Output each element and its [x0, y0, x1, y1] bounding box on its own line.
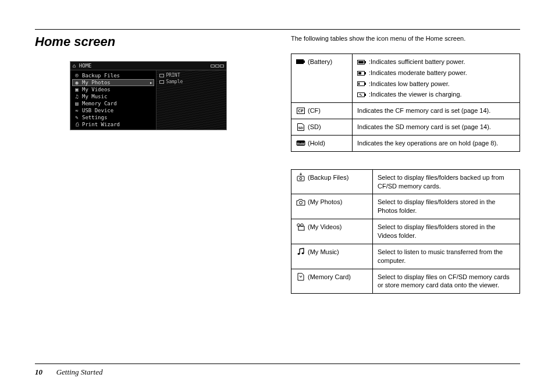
svg-rect-6 [365, 72, 366, 74]
table-row: (My Videos) Select to display files/fold… [291, 219, 520, 244]
screenshot-menu-item: ⌾Backup Files [72, 72, 154, 79]
screenshot-menu-item: ▣My Videos [72, 86, 154, 93]
battery-full-text: :Indicates sufficient battery power. [369, 58, 465, 66]
svg-rect-3 [365, 61, 366, 63]
page-number: 10 [35, 368, 42, 376]
battery-mid-text: :Indicates moderate battery power. [369, 69, 467, 77]
row-label: (Memory Card) [308, 273, 351, 281]
row-label: (My Music) [308, 248, 339, 256]
table-row: (Battery) :Indicates sufficient battery … [291, 54, 520, 102]
row-desc: Select to listen to music transferred fr… [373, 244, 520, 269]
svg-rect-9 [365, 83, 366, 85]
screenshot-menu-item: ◉My Photos▸ [72, 79, 154, 86]
row-label: (My Photos) [308, 198, 342, 206]
screenshot-menu-item: ▤Memory Card [72, 100, 154, 107]
row-label: (Hold) [308, 139, 325, 148]
screenshot-title: HOME [79, 63, 92, 69]
table-row: (Backup Files) Select to display files/f… [291, 169, 520, 194]
svg-rect-7 [358, 72, 361, 74]
backup-files-icon [296, 174, 305, 181]
sd-icon: SD [296, 123, 305, 130]
menu-icon-table: (Backup Files) Select to display files/f… [291, 169, 520, 294]
svg-point-25 [302, 252, 304, 254]
svg-text:Hold: Hold [297, 141, 305, 145]
row-desc: Select to display files on CF/SD memory … [373, 269, 520, 294]
row-label: (CF) [308, 106, 321, 115]
row-label: (Battery) [308, 58, 332, 66]
table-row: (My Photos) Select to display files/fold… [291, 194, 520, 219]
page-title: Home screen [35, 34, 268, 49]
intro-text: The following tables show the icon menu … [291, 34, 520, 43]
screenshot-menu-item: ♫My Music [72, 93, 154, 100]
svg-point-20 [300, 201, 303, 204]
row-desc: Select to display files/folders backed u… [373, 169, 520, 194]
screenshot-menu-item: ✎Settings [72, 114, 154, 121]
table-row: (Memory Card) Select to display files on… [291, 269, 520, 294]
svg-text:SD: SD [298, 126, 304, 130]
svg-point-24 [298, 253, 300, 255]
svg-point-19 [300, 177, 302, 180]
footer-section: Getting Started [56, 368, 103, 376]
home-screenshot: ⌂ HOME ⌾Backup Files◉My Photos▸▣My Video… [70, 61, 227, 130]
screenshot-side-item: PRINT [158, 72, 225, 79]
status-icon-table: (Battery) :Indicates sufficient battery … [291, 54, 520, 152]
battery-mid-icon [357, 70, 367, 77]
svg-rect-4 [358, 61, 364, 63]
row-label: (My Videos) [308, 223, 341, 231]
row-label: (SD) [308, 123, 321, 131]
screenshot-menu-item: ⎙Print Wizard [72, 121, 154, 128]
battery-low-text: :Indicates low battery power. [369, 80, 450, 88]
svg-rect-12 [365, 94, 366, 96]
svg-text:CF: CF [298, 109, 304, 113]
cf-icon: CF [296, 107, 305, 114]
svg-rect-10 [358, 83, 360, 85]
battery-full-icon [357, 59, 367, 66]
table-row: (My Music) Select to listen to music tra… [291, 244, 520, 269]
memory-card-icon [296, 273, 305, 280]
row-desc: Indicates the SD memory card is set (pag… [353, 119, 520, 136]
battery-charging-text: :Indicates the viewer is charging. [369, 90, 462, 99]
svg-rect-21 [298, 226, 304, 230]
table-row: Hold (Hold) Indicates the key operations… [291, 135, 520, 151]
row-desc: Indicates the key operations are on hold… [353, 135, 520, 151]
my-videos-icon [296, 223, 305, 230]
hold-icon: Hold [296, 140, 305, 147]
row-desc: Indicates the CF memory card is set (pag… [353, 103, 520, 119]
table-row: SD (SD) Indicates the SD memory card is … [291, 119, 520, 136]
svg-rect-0 [297, 59, 304, 63]
screenshot-menu-item: ≈USB Device [72, 107, 154, 114]
battery-charging-icon [357, 91, 367, 98]
screenshot-side-item: Sample [158, 79, 225, 85]
battery-icon [296, 58, 305, 65]
my-photos-icon [296, 198, 305, 205]
row-label: (Backup Files) [308, 173, 348, 182]
my-music-icon [296, 248, 305, 255]
row-desc: Select to display files/folders stored i… [373, 194, 520, 219]
status-icons [210, 63, 224, 69]
battery-low-icon [357, 80, 367, 87]
table-row: CF (CF) Indicates the CF memory card is … [291, 103, 520, 119]
svg-rect-18 [297, 176, 304, 181]
svg-rect-1 [304, 60, 305, 63]
row-desc: Select to display files/folders stored i… [373, 219, 520, 244]
